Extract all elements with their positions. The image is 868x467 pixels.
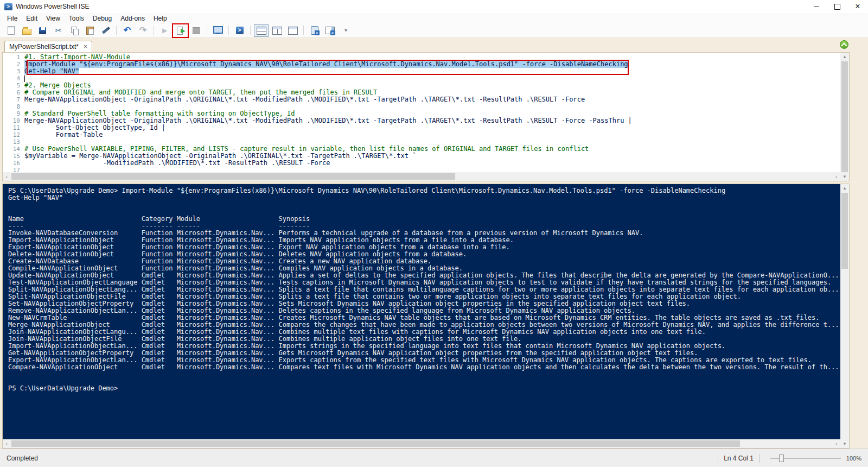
new-script-button[interactable]	[4, 24, 18, 37]
menu-item-add-ons[interactable]: Add-ons	[117, 14, 149, 23]
menu-item-file[interactable]: File	[3, 14, 21, 23]
scroll-right-icon[interactable]: ›	[832, 172, 840, 181]
table-row: Export-NAVApplicationObjectFunctionMicro…	[8, 244, 840, 251]
title-bar: Windows PowerShell ISE	[0, 0, 868, 13]
table-row-name: Create-NAVDatabase	[8, 258, 142, 265]
clear-console-button[interactable]	[98, 24, 113, 37]
show-command-addon-button[interactable]	[323, 24, 337, 37]
table-row-name: Import-NAVApplicationObject	[8, 237, 142, 244]
stop-operation-button[interactable]	[189, 24, 203, 37]
cut-icon	[54, 26, 63, 35]
table-row-module: Microsoft.Dynamics.Nav...	[177, 357, 279, 364]
show-script-pane-right-button[interactable]	[270, 24, 284, 37]
code-text: Import-Module "${env:ProgramFiles(x86)}\…	[24, 61, 628, 68]
table-row-synopsis: Combines multiple text files with captio…	[278, 329, 840, 336]
new-script-icon	[7, 26, 16, 35]
table-row-module: Microsoft.Dynamics.Nav...	[177, 237, 279, 244]
cursor-position-label: Ln 4 Col 1	[724, 455, 754, 462]
editor-line: 3Get-Help "NAV"	[3, 68, 840, 75]
script-editor[interactable]: 1#1. Start-Import-NAV-Module2Import-Modu…	[3, 53, 840, 172]
paste-button[interactable]	[82, 24, 97, 37]
table-row: Join-NAVApplicationObjectFileCmdletMicro…	[8, 336, 840, 343]
cut-button[interactable]	[51, 24, 66, 37]
table-row-name: Merge-NAVApplicationObject	[8, 321, 142, 329]
scroll-left-icon[interactable]: ‹	[3, 172, 11, 181]
open-script-icon	[22, 26, 32, 35]
code-text: -ModifiedPath .\MODIFIED\*.txt -ResultPa…	[24, 160, 330, 167]
table-underline-module: ------	[177, 223, 279, 230]
line-number: 13	[3, 138, 24, 146]
editor-hscroll-thumb[interactable]	[11, 173, 455, 180]
console-horizontal-scrollbar[interactable]: ‹ ›	[3, 439, 840, 448]
table-underline-name: ----	[8, 223, 142, 230]
editor-lines: 1#1. Start-Import-NAV-Module2Import-Modu…	[3, 54, 840, 172]
open-script-button[interactable]	[20, 24, 34, 37]
tab-strip: MyPowerShellScript.txt* ×	[2, 38, 850, 52]
scroll-up-icon[interactable]: ▲	[840, 53, 849, 61]
menu-item-tools[interactable]: Tools	[65, 14, 88, 23]
tab-close-icon[interactable]: ×	[84, 43, 87, 50]
run-selection-button[interactable]	[173, 24, 188, 37]
zoom-slider-thumb[interactable]	[779, 455, 784, 462]
selected-text: Get-Help "NAV"	[24, 67, 79, 75]
save-button[interactable]	[35, 24, 50, 37]
toolbar-overflow-icon	[341, 26, 351, 35]
table-row-module: Microsoft.Dynamics.Nav...	[177, 286, 279, 293]
table-row-synopsis: Compiles NAV application objects in a da…	[278, 265, 840, 272]
redo-button[interactable]	[136, 24, 150, 37]
editor-horizontal-scrollbar[interactable]: ‹ ›	[3, 172, 840, 181]
console-command-line: Get-Help "NAV"	[8, 194, 840, 201]
new-remote-powershell-tab-icon	[213, 26, 223, 35]
run-script-icon	[160, 26, 170, 35]
table-row: Test-NAVApplicationObjectLanguageCmdletM…	[8, 279, 840, 286]
collapse-script-pane-button[interactable]	[840, 40, 848, 49]
menu-item-edit[interactable]: Edit	[22, 14, 41, 23]
menu-item-view[interactable]: View	[42, 14, 64, 23]
console-vertical-scrollbar[interactable]: ▲ ▼	[840, 184, 849, 448]
table-row-synopsis: Compares the changes that have been made…	[278, 321, 840, 329]
scroll-left-icon[interactable]: ‹	[3, 439, 11, 448]
show-script-pane-top-button[interactable]	[254, 24, 269, 37]
code-text: Get-Help "NAV"	[24, 68, 79, 75]
table-row-module: Microsoft.Dynamics.Nav...	[177, 336, 279, 343]
table-underline: --------------------------	[8, 223, 840, 230]
show-command-window-button[interactable]	[307, 24, 322, 37]
zoom-slider[interactable]	[770, 454, 841, 463]
show-command-addon-icon	[326, 26, 335, 35]
undo-button[interactable]	[120, 24, 135, 37]
close-button[interactable]	[847, 0, 868, 13]
script-tab[interactable]: MyPowerShellScript.txt* ×	[4, 41, 92, 52]
scroll-down-icon[interactable]: ▼	[840, 173, 849, 181]
table-row-name: Delete-NAVApplicationObject	[8, 251, 142, 258]
line-number: 7	[3, 96, 24, 103]
console-vscroll-thumb[interactable]	[841, 193, 848, 269]
console-output[interactable]: PS C:\UserData\Upgrade Demo> Import-Modu…	[3, 184, 840, 439]
editor-vscroll-thumb[interactable]	[841, 61, 848, 172]
status-bar: Completed Ln 4 Col 1 100%	[0, 449, 868, 467]
start-powershell-button[interactable]	[232, 24, 247, 37]
toolbar-overflow-button[interactable]	[339, 24, 353, 37]
scroll-down-icon[interactable]: ▼	[840, 440, 849, 448]
run-script-button[interactable]	[157, 24, 172, 37]
table-row-module: Microsoft.Dynamics.Nav...	[177, 350, 279, 357]
copy-button[interactable]	[67, 24, 81, 37]
table-row-name: Invoke-NAVDatabaseConversion	[8, 230, 142, 237]
new-remote-powershell-tab-button[interactable]	[210, 24, 225, 37]
menu-item-help[interactable]: Help	[150, 14, 171, 23]
editor-vertical-scrollbar[interactable]: ▲ ▼	[840, 53, 849, 181]
table-row-name: Import-NAVApplicationObjectLan...	[8, 343, 142, 350]
table-row-category: Cmdlet	[142, 293, 177, 300]
table-row-synopsis: Combines multiple application object fil…	[278, 336, 840, 343]
minimize-button[interactable]	[806, 0, 827, 13]
stop-operation-icon	[192, 26, 201, 35]
menu-item-debug[interactable]: Debug	[89, 14, 116, 23]
show-script-pane-maximized-button[interactable]	[285, 24, 300, 37]
scroll-up-icon[interactable]: ▲	[840, 184, 849, 192]
menu-bar: FileEditViewToolsDebugAdd-onsHelp	[0, 13, 868, 23]
scroll-right-icon[interactable]: ›	[832, 439, 840, 448]
restore-button[interactable]	[827, 0, 847, 13]
table-row-category: Function	[142, 251, 177, 258]
table-row-name: Export-NAVApplicationObjectLan...	[8, 357, 142, 364]
console-hscroll-thumb[interactable]	[11, 440, 740, 447]
line-number: 10	[3, 117, 24, 124]
